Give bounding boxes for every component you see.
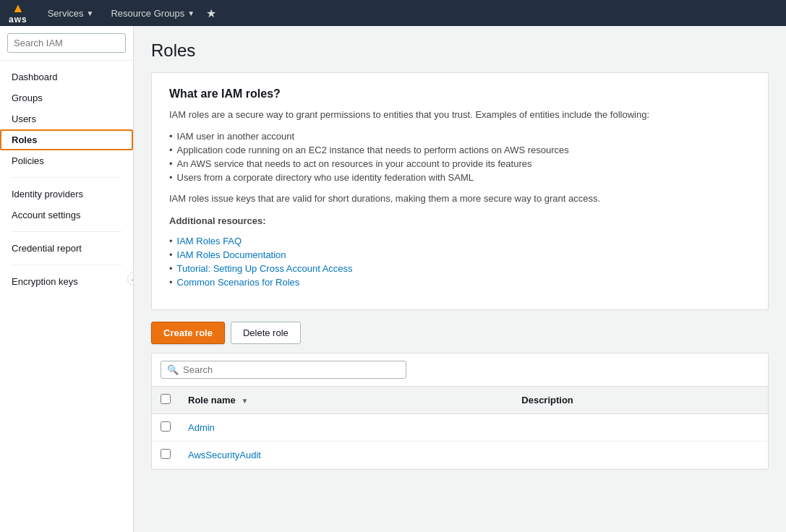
sidebar-search-input[interactable] (7, 33, 126, 53)
table-search-input[interactable] (183, 364, 400, 375)
iam-roles-docs-link[interactable]: IAM Roles Documentation (177, 249, 286, 260)
iam-roles-faq-link[interactable]: IAM Roles FAQ (177, 236, 242, 246)
main-content: Roles What are IAM roles? IAM roles are … (134, 26, 786, 532)
info-box-bullets: IAM user in another account Application … (169, 129, 751, 184)
additional-resources-title: Additional resources: (169, 214, 751, 228)
search-icon: 🔍 (167, 364, 179, 375)
common-scenarios-link[interactable]: Common Scenarios for Roles (177, 277, 300, 288)
additional-resources-list: IAM Roles FAQ IAM Roles Documentation Tu… (169, 234, 751, 289)
aws-logo[interactable]: ▲ aws (9, 1, 27, 25)
resource-groups-chevron-icon: ▼ (187, 9, 195, 17)
resource-groups-menu[interactable]: Resource Groups ▼ (102, 0, 203, 26)
bullet-item: An AWS service that needs to act on reso… (169, 157, 751, 171)
row-checkbox-cell (152, 413, 179, 441)
sidebar-item-users[interactable]: Users (0, 108, 133, 129)
resource-link-item: Common Scenarios for Roles (169, 275, 751, 289)
row-checkbox[interactable] (161, 421, 171, 432)
info-box: What are IAM roles? IAM roles are a secu… (151, 72, 769, 310)
action-buttons: Create role Delete role (151, 322, 769, 344)
roles-table-container: 🔍 Role name ▼ Descripti (151, 353, 769, 470)
header-role-name[interactable]: Role name ▼ (179, 387, 513, 414)
sidebar-search-container (0, 26, 133, 61)
description-cell (513, 441, 768, 468)
sidebar-item-identity-providers[interactable]: Identity providers (0, 184, 133, 205)
create-role-button[interactable]: Create role (151, 322, 225, 344)
search-wrapper: 🔍 (161, 361, 406, 379)
favorites-star-icon[interactable]: ★ (206, 7, 216, 20)
header-description: Description (513, 387, 768, 414)
table-search-bar: 🔍 (152, 353, 768, 387)
row-checkbox-cell (152, 441, 179, 468)
header-checkbox-col (152, 387, 179, 414)
sort-icon: ▼ (241, 397, 248, 405)
sidebar-item-roles[interactable]: Roles (0, 129, 133, 150)
roles-table-body: Admin AwsSecurityAudit (152, 413, 768, 468)
bullet-item: IAM user in another account (169, 129, 751, 143)
sidebar-item-credential-report[interactable]: Credential report (0, 238, 133, 259)
top-navigation: ▲ aws Services ▼ Resource Groups ▼ ★ (0, 0, 786, 26)
page-title: Roles (151, 40, 769, 61)
resource-link-item: IAM Roles Documentation (169, 248, 751, 262)
bullet-item: Application code running on an EC2 insta… (169, 143, 751, 157)
sidebar-item-encryption-keys[interactable]: Encryption keys (0, 271, 133, 292)
select-all-checkbox[interactable] (161, 394, 171, 404)
sidebar-item-account-settings[interactable]: Account settings (0, 205, 133, 226)
tutorial-link[interactable]: Tutorial: Setting Up Cross Account Acces… (177, 263, 353, 274)
table-row: Admin (152, 413, 768, 441)
admin-role-link[interactable]: Admin (188, 422, 215, 433)
delete-role-button[interactable]: Delete role (231, 322, 301, 344)
sidebar-divider-3 (12, 265, 121, 265)
sidebar-item-policies[interactable]: Policies (0, 150, 133, 171)
services-chevron-icon: ▼ (87, 9, 94, 17)
description-cell (513, 413, 768, 441)
role-name-cell: AwsSecurityAudit (179, 441, 513, 468)
sidebar: Dashboard Groups Users Roles Policies Id… (0, 26, 134, 532)
table-row: AwsSecurityAudit (152, 441, 768, 468)
row-checkbox[interactable] (161, 449, 171, 459)
aws-security-audit-role-link[interactable]: AwsSecurityAudit (188, 450, 261, 460)
role-name-cell: Admin (179, 413, 513, 441)
sidebar-item-groups[interactable]: Groups (0, 87, 133, 108)
roles-table: Role name ▼ Description A (152, 387, 768, 469)
bullet-item: Users from a corporate directory who use… (169, 171, 751, 184)
info-box-closing: IAM roles issue keys that are valid for … (169, 192, 751, 206)
resource-link-item: IAM Roles FAQ (169, 234, 751, 248)
resource-link-item: Tutorial: Setting Up Cross Account Acces… (169, 262, 751, 275)
sidebar-item-dashboard[interactable]: Dashboard (0, 66, 133, 87)
table-header-row: Role name ▼ Description (152, 387, 768, 414)
sidebar-navigation: Dashboard Groups Users Roles Policies Id… (0, 61, 133, 298)
sidebar-divider-2 (12, 231, 121, 232)
info-box-heading: What are IAM roles? (169, 87, 751, 100)
services-menu[interactable]: Services ▼ (39, 0, 103, 26)
info-box-description: IAM roles are a secure way to grant perm… (169, 108, 751, 122)
sidebar-divider (12, 177, 121, 178)
